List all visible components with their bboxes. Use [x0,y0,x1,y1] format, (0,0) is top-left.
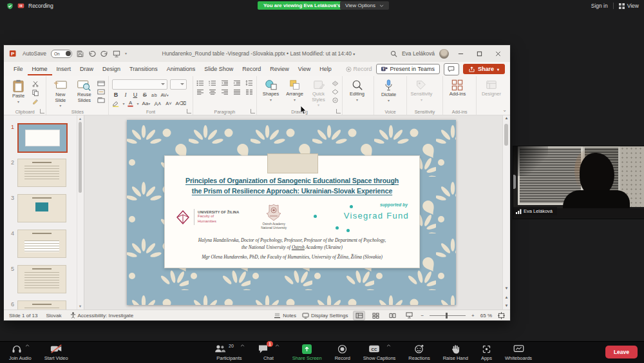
highlight-color-button[interactable] [112,100,120,107]
notes-button[interactable]: Notes [274,313,296,319]
underline-button[interactable]: U [131,92,138,98]
avatar[interactable] [439,49,449,59]
present-in-teams-button[interactable]: TPresent in Teams [376,64,440,74]
search-icon[interactable] [390,50,397,57]
section-icon[interactable] [97,97,105,103]
shape-outline-icon[interactable] [332,89,339,95]
zoom-level[interactable]: 65 % [480,313,492,319]
record-button[interactable]: Record [328,342,357,363]
dictate-button[interactable]: Dictate▾ [377,79,400,103]
indent-increase-button[interactable] [233,80,241,86]
bullets-button[interactable] [196,80,204,86]
line-spacing-button[interactable] [245,80,253,86]
close-button[interactable] [491,51,505,57]
scroll-down-icon[interactable]: ▼ [503,286,510,290]
restore-button[interactable] [472,51,486,57]
tab-design[interactable]: Design [98,63,125,75]
slide-thumbnail-1[interactable] [17,123,68,153]
participant-video-tile[interactable]: Eva Leláková [513,146,644,219]
next-slide-icon[interactable]: ▼ [503,304,510,308]
clipboard-launcher[interactable] [40,109,44,113]
quick-styles-button[interactable]: Quick Styles▾ [308,79,329,107]
columns-button[interactable] [245,89,253,95]
numbering-button[interactable] [209,80,216,86]
show-captions-button[interactable]: CC Show Captions [357,342,402,363]
tab-review[interactable]: Review [265,63,294,75]
arrange-button[interactable]: Arrange▾ [284,79,305,102]
redo-button[interactable] [100,50,108,57]
apps-button[interactable]: Apps [475,342,498,363]
justify-button[interactable] [233,89,241,95]
align-right-button[interactable] [221,89,229,95]
join-audio-button[interactable]: Join Audio [3,342,38,363]
scroll-down-icon[interactable]: ▼ [77,304,83,308]
collapse-ribbon-icon[interactable]: ⌄ [502,107,507,113]
designer-button[interactable]: Designer [480,79,502,97]
reset-icon[interactable] [97,89,105,95]
strikethrough-button[interactable]: S [141,92,148,98]
align-left-button[interactable] [196,89,204,95]
font-name-select[interactable] [112,79,167,90]
format-painter-icon[interactable] [32,99,39,105]
addins-button[interactable]: Add-ins [446,79,469,97]
clear-formatting-button[interactable]: A⌫ [175,101,184,106]
sensitivity-button[interactable]: Sensitivity▾ [410,79,433,102]
leave-button[interactable]: Leave [605,346,638,358]
tab-draw[interactable]: Draw [75,63,98,75]
slide-thumbnail-3[interactable] [17,194,66,222]
tab-file[interactable]: File [9,63,28,75]
zoom-out-button[interactable]: − [421,313,424,319]
share-button[interactable]: Share▾ [463,64,505,74]
copy-icon[interactable] [32,90,39,96]
tab-insert[interactable]: Insert [52,63,76,75]
indent-decrease-button[interactable] [221,80,229,86]
present-quick-icon[interactable] [113,50,120,57]
slide-thumbnail-6[interactable] [17,300,66,309]
whiteboards-button[interactable]: Whiteboards [498,342,538,363]
autosave-toggle[interactable]: On [51,50,72,58]
previous-slide-icon[interactable]: ▲ [503,295,510,299]
display-settings-button[interactable]: Display Settings [302,313,348,319]
reuse-slides-button[interactable]: Reuse Slides [73,79,95,103]
slide-sorter-view-button[interactable] [370,311,381,320]
shrink-font-button[interactable]: A˅ [164,101,173,106]
normal-view-button[interactable] [354,311,365,320]
tab-slide-show[interactable]: Slide Show [200,63,238,75]
sign-in-button[interactable]: Sign in [591,3,608,9]
font-launcher[interactable] [187,109,191,113]
reading-view-button[interactable] [387,311,398,320]
tab-view[interactable]: View [294,63,315,75]
raise-hand-button[interactable]: Raise Hand [437,342,475,363]
tab-animations[interactable]: Animations [162,63,200,75]
scroll-up-icon[interactable]: ▲ [503,116,510,120]
italic-button[interactable]: I [122,92,129,98]
scroll-up-icon[interactable]: ▲ [77,117,83,121]
tab-transitions[interactable]: Transitions [125,63,162,75]
qat-chevron-icon[interactable]: ▾ [125,52,127,55]
font-size-select[interactable] [170,79,187,90]
language-indicator[interactable]: Slovak [46,313,61,319]
paste-button[interactable]: Paste▾ [7,79,30,104]
zoom-in-button[interactable]: + [471,313,475,319]
share-screen-button[interactable]: Share Screen [286,342,328,363]
slide-thumbnail-4[interactable] [17,230,66,258]
slide-thumbnail-2[interactable] [17,159,66,187]
change-case-button[interactable]: Aa▾ [141,101,151,106]
grow-font-button[interactable]: A˄ [153,101,162,107]
minimize-button[interactable] [453,51,468,57]
tab-home[interactable]: Home [28,63,52,75]
shape-fill-icon[interactable] [332,81,339,86]
font-color-button[interactable]: A [127,100,134,107]
video-panel-collapse-handle[interactable] [513,175,516,189]
security-shield-icon[interactable] [6,3,14,10]
recording-icon[interactable] [17,3,24,9]
text-shadow-button[interactable]: ab [151,93,158,97]
paragraph-launcher[interactable] [251,109,255,113]
participants-button[interactable]: 20 Participants [207,342,251,363]
accessibility-status[interactable]: Accessibility: Investigate [70,312,134,319]
slide-canvas[interactable]: Principles of Organization of Sanogenic … [127,120,456,305]
thumbnail-scrollbar[interactable]: ▲ ▼ [77,115,83,309]
slide-scrollbar[interactable]: ▲ ▼ ▲ ▼ [502,115,510,309]
tab-help[interactable]: Help [315,63,336,75]
shape-effects-icon[interactable] [332,97,339,103]
